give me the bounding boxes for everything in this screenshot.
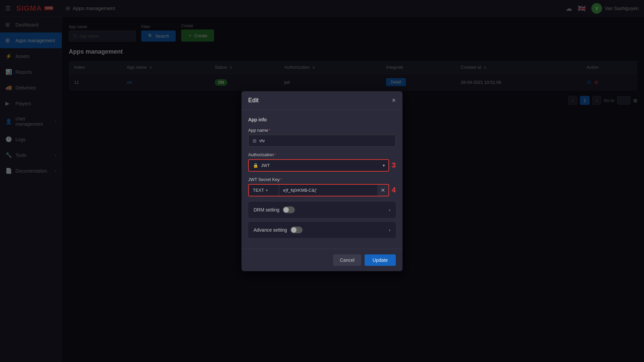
modal-footer: Cancel Update [241, 249, 402, 271]
auth-dropdown-button[interactable]: ▾ [379, 160, 388, 171]
auth-select[interactable]: 🔒 JWT [249, 160, 379, 171]
modal-body: App info App name* ⊞ Authorization* [241, 110, 402, 249]
modal-title: Edit [248, 97, 259, 104]
jwt-type-arrow: ▾ [266, 188, 268, 192]
jwt-key-input[interactable] [279, 185, 377, 196]
drm-chevron-icon: › [389, 207, 390, 213]
advance-setting-label: Advance setting [254, 227, 287, 233]
cancel-button[interactable]: Cancel [333, 254, 361, 266]
authorization-group: Authorization* 🔒 JWT ▾ 3 [248, 152, 396, 172]
lock-icon: 🔒 [253, 163, 258, 168]
modal-auth-label: Authorization* [248, 152, 396, 157]
advance-toggle[interactable] [290, 227, 303, 233]
drm-setting-label: DRM setting [254, 207, 279, 213]
jwt-key-group: JWT Secret Key* TEXT ▾ ✕ 4 [248, 177, 396, 196]
jwt-type-value: TEXT [253, 188, 264, 193]
auth-select-container: 🔒 JWT ▾ 3 [248, 159, 396, 172]
modal-close-button[interactable]: × [392, 97, 396, 104]
advance-toggle-knob [291, 227, 297, 233]
app-name-field-icon: ⊞ [253, 138, 257, 143]
advance-setting-right: › [389, 227, 390, 233]
advance-setting-left: Advance setting [254, 227, 303, 233]
drm-setting-left: DRM setting [254, 206, 295, 213]
jwt-type-select[interactable]: TEXT ▾ [249, 185, 279, 196]
drm-toggle[interactable] [283, 206, 295, 213]
jwt-badge: 4 [392, 186, 396, 194]
app-name-group: App name* ⊞ [248, 128, 396, 147]
edit-modal: Edit × App info App name* ⊞ Authorizatio… [241, 91, 402, 271]
modal-app-name-field[interactable] [259, 138, 391, 143]
app-info-heading: App info [248, 117, 396, 122]
auth-select-value: JWT [261, 163, 270, 168]
jwt-key-container: TEXT ▾ ✕ 4 [248, 184, 396, 196]
modal-app-name-input-wrap: ⊞ [248, 135, 396, 147]
modal-overlay[interactable]: Edit × App info App name* ⊞ Authorizatio… [0, 0, 644, 362]
drm-toggle-knob [283, 207, 289, 213]
auth-badge: 3 [392, 161, 396, 170]
modal-jwt-label: JWT Secret Key* [248, 177, 396, 182]
drm-setting-right: › [389, 207, 390, 213]
jwt-key-clear-button[interactable]: ✕ [377, 185, 388, 196]
auth-select-wrap: 🔒 JWT ▾ [248, 159, 389, 172]
modal-app-name-label: App name* [248, 128, 396, 133]
update-button[interactable]: Update [365, 254, 396, 266]
modal-header: Edit × [241, 91, 402, 110]
jwt-key-wrap: TEXT ▾ ✕ [248, 184, 389, 196]
advance-chevron-icon: › [389, 227, 390, 233]
advance-setting-row[interactable]: Advance setting › [248, 222, 396, 238]
drm-setting-row[interactable]: DRM setting › [248, 202, 396, 218]
